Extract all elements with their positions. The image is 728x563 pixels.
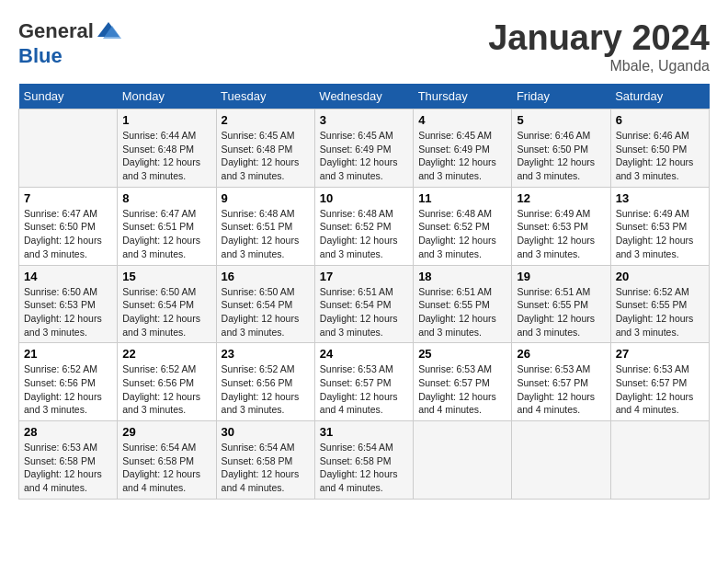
calendar-cell: 26Sunrise: 6:53 AMSunset: 6:57 PMDayligh… — [512, 343, 610, 421]
cell-content: Sunrise: 6:51 AMSunset: 6:54 PMDaylight:… — [320, 285, 408, 339]
calendar-week-row: 7Sunrise: 6:47 AMSunset: 6:50 PMDaylight… — [19, 187, 710, 265]
calendar-cell: 24Sunrise: 6:53 AMSunset: 6:57 PMDayligh… — [314, 343, 413, 421]
day-number: 23 — [222, 347, 310, 361]
calendar-week-row: 21Sunrise: 6:52 AMSunset: 6:56 PMDayligh… — [19, 343, 710, 421]
day-number: 3 — [320, 113, 408, 127]
cell-content: Sunrise: 6:52 AMSunset: 6:56 PMDaylight:… — [24, 362, 112, 417]
header-day: Wednesday — [314, 84, 413, 109]
calendar-cell: 19Sunrise: 6:51 AMSunset: 6:55 PMDayligh… — [512, 265, 610, 343]
day-number: 28 — [24, 425, 112, 439]
header-day: Saturday — [610, 84, 709, 109]
cell-content: Sunrise: 6:51 AMSunset: 6:55 PMDaylight:… — [418, 285, 506, 339]
cell-content: Sunrise: 6:54 AMSunset: 6:58 PMDaylight:… — [222, 441, 310, 495]
calendar-week-row: 1Sunrise: 6:44 AMSunset: 6:48 PMDaylight… — [19, 109, 710, 188]
cell-content: Sunrise: 6:50 AMSunset: 6:53 PMDaylight:… — [24, 285, 112, 339]
day-number: 16 — [222, 270, 310, 283]
day-number: 6 — [616, 113, 704, 127]
cell-content: Sunrise: 6:49 AMSunset: 6:53 PMDaylight:… — [517, 207, 605, 261]
day-number: 2 — [222, 113, 310, 127]
day-number: 4 — [418, 113, 506, 127]
cell-content: Sunrise: 6:52 AMSunset: 6:55 PMDaylight:… — [616, 285, 704, 339]
calendar-cell: 27Sunrise: 6:53 AMSunset: 6:57 PMDayligh… — [610, 343, 709, 421]
calendar-cell: 30Sunrise: 6:54 AMSunset: 6:58 PMDayligh… — [216, 421, 314, 500]
cell-content: Sunrise: 6:53 AMSunset: 6:57 PMDaylight:… — [320, 362, 408, 417]
day-number: 26 — [517, 347, 605, 361]
cell-content: Sunrise: 6:47 AMSunset: 6:51 PMDaylight:… — [122, 207, 210, 261]
cell-content: Sunrise: 6:51 AMSunset: 6:55 PMDaylight:… — [517, 285, 605, 339]
cell-content: Sunrise: 6:54 AMSunset: 6:58 PMDaylight:… — [320, 441, 408, 495]
day-number: 8 — [122, 191, 210, 205]
calendar-week-row: 14Sunrise: 6:50 AMSunset: 6:53 PMDayligh… — [19, 265, 710, 343]
cell-content: Sunrise: 6:53 AMSunset: 6:57 PMDaylight:… — [616, 362, 704, 417]
calendar-cell — [512, 421, 610, 500]
logo-blue-text: Blue — [18, 44, 63, 68]
day-number: 18 — [418, 270, 506, 283]
day-number: 7 — [24, 191, 112, 205]
page-subtitle: Mbale, Uganda — [488, 58, 710, 75]
day-number: 15 — [122, 270, 210, 283]
logo: General Blue — [18, 18, 121, 68]
day-number: 31 — [320, 425, 408, 439]
calendar-cell: 6Sunrise: 6:46 AMSunset: 6:50 PMDaylight… — [610, 109, 709, 188]
calendar-cell: 1Sunrise: 6:44 AMSunset: 6:48 PMDaylight… — [118, 109, 216, 188]
calendar-cell: 12Sunrise: 6:49 AMSunset: 6:53 PMDayligh… — [512, 187, 610, 265]
calendar-cell: 8Sunrise: 6:47 AMSunset: 6:51 PMDaylight… — [118, 187, 216, 265]
logo-icon — [96, 18, 121, 44]
calendar-cell: 7Sunrise: 6:47 AMSunset: 6:50 PMDaylight… — [19, 187, 118, 265]
cell-content: Sunrise: 6:54 AMSunset: 6:58 PMDaylight:… — [122, 441, 210, 495]
day-number: 14 — [24, 270, 112, 283]
calendar-cell — [414, 421, 512, 500]
day-number: 25 — [418, 347, 506, 361]
calendar-cell: 23Sunrise: 6:52 AMSunset: 6:56 PMDayligh… — [216, 343, 314, 421]
calendar-cell: 25Sunrise: 6:53 AMSunset: 6:57 PMDayligh… — [414, 343, 512, 421]
calendar-cell — [19, 109, 118, 188]
calendar-cell: 28Sunrise: 6:53 AMSunset: 6:58 PMDayligh… — [19, 421, 118, 500]
calendar-table: SundayMondayTuesdayWednesdayThursdayFrid… — [18, 84, 710, 500]
cell-content: Sunrise: 6:45 AMSunset: 6:48 PMDaylight:… — [222, 129, 310, 183]
cell-content: Sunrise: 6:46 AMSunset: 6:50 PMDaylight:… — [517, 129, 605, 183]
header-row: SundayMondayTuesdayWednesdayThursdayFrid… — [19, 84, 710, 109]
day-number: 10 — [320, 191, 408, 205]
cell-content: Sunrise: 6:53 AMSunset: 6:57 PMDaylight:… — [517, 362, 605, 417]
day-number: 27 — [616, 347, 704, 361]
day-number: 9 — [222, 191, 310, 205]
day-number: 22 — [122, 347, 210, 361]
cell-content: Sunrise: 6:53 AMSunset: 6:57 PMDaylight:… — [418, 362, 506, 417]
day-number: 1 — [122, 113, 210, 127]
calendar-week-row: 28Sunrise: 6:53 AMSunset: 6:58 PMDayligh… — [19, 421, 710, 500]
day-number: 17 — [320, 270, 408, 283]
page-header: General Blue January 2024 Mbale, Uganda — [18, 18, 710, 75]
day-number: 30 — [222, 425, 310, 439]
calendar-cell: 17Sunrise: 6:51 AMSunset: 6:54 PMDayligh… — [314, 265, 413, 343]
calendar-cell: 21Sunrise: 6:52 AMSunset: 6:56 PMDayligh… — [19, 343, 118, 421]
calendar-cell: 31Sunrise: 6:54 AMSunset: 6:58 PMDayligh… — [314, 421, 413, 500]
title-area: January 2024 Mbale, Uganda — [488, 18, 710, 75]
calendar-cell: 3Sunrise: 6:45 AMSunset: 6:49 PMDaylight… — [314, 109, 413, 188]
day-number: 11 — [418, 191, 506, 205]
day-number: 24 — [320, 347, 408, 361]
day-number: 5 — [517, 113, 605, 127]
cell-content: Sunrise: 6:53 AMSunset: 6:58 PMDaylight:… — [24, 441, 112, 495]
cell-content: Sunrise: 6:52 AMSunset: 6:56 PMDaylight:… — [222, 362, 310, 417]
cell-content: Sunrise: 6:48 AMSunset: 6:51 PMDaylight:… — [222, 207, 310, 261]
calendar-cell: 22Sunrise: 6:52 AMSunset: 6:56 PMDayligh… — [118, 343, 216, 421]
calendar-cell: 18Sunrise: 6:51 AMSunset: 6:55 PMDayligh… — [414, 265, 512, 343]
calendar-cell: 29Sunrise: 6:54 AMSunset: 6:58 PMDayligh… — [118, 421, 216, 500]
logo-general-text: General — [18, 19, 94, 43]
cell-content: Sunrise: 6:48 AMSunset: 6:52 PMDaylight:… — [418, 207, 506, 261]
cell-content: Sunrise: 6:49 AMSunset: 6:53 PMDaylight:… — [616, 207, 704, 261]
cell-content: Sunrise: 6:48 AMSunset: 6:52 PMDaylight:… — [320, 207, 408, 261]
calendar-cell: 11Sunrise: 6:48 AMSunset: 6:52 PMDayligh… — [414, 187, 512, 265]
header-day: Tuesday — [216, 84, 314, 109]
header-day: Monday — [118, 84, 216, 109]
calendar-cell: 4Sunrise: 6:45 AMSunset: 6:49 PMDaylight… — [414, 109, 512, 188]
calendar-cell: 9Sunrise: 6:48 AMSunset: 6:51 PMDaylight… — [216, 187, 314, 265]
header-day: Thursday — [414, 84, 512, 109]
day-number: 21 — [24, 347, 112, 361]
header-day: Friday — [512, 84, 610, 109]
header-day: Sunday — [19, 84, 118, 109]
calendar-cell: 2Sunrise: 6:45 AMSunset: 6:48 PMDaylight… — [216, 109, 314, 188]
cell-content: Sunrise: 6:45 AMSunset: 6:49 PMDaylight:… — [418, 129, 506, 183]
cell-content: Sunrise: 6:50 AMSunset: 6:54 PMDaylight:… — [222, 285, 310, 339]
page-title: January 2024 — [488, 18, 710, 58]
